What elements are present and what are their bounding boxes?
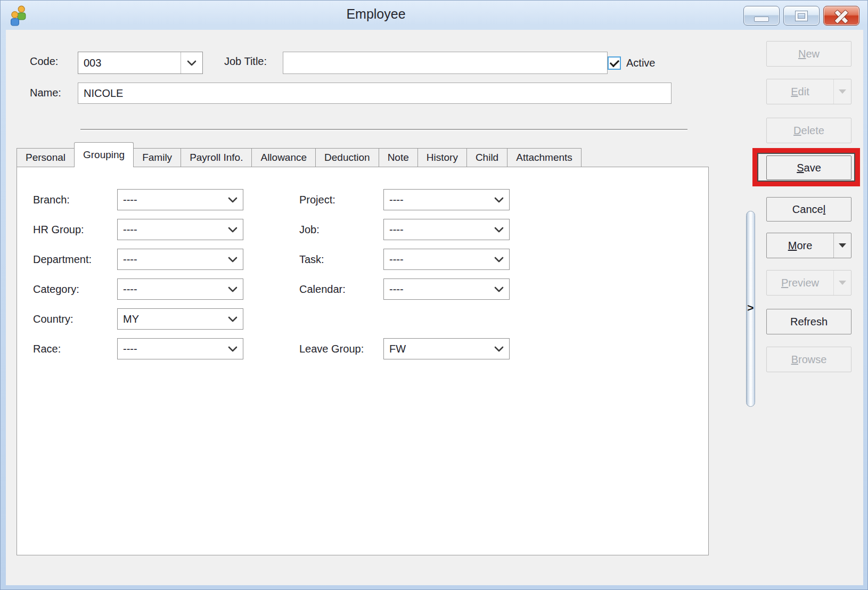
separator bbox=[80, 129, 687, 131]
category-value: ---- bbox=[123, 283, 228, 296]
save-button[interactable]: Save bbox=[766, 155, 851, 180]
country-dropdown[interactable]: MY bbox=[117, 308, 243, 330]
project-dropdown[interactable]: ---- bbox=[383, 189, 510, 210]
chevron-down-icon bbox=[494, 286, 504, 292]
category-dropdown[interactable]: ---- bbox=[117, 278, 243, 300]
hr-group-row: HR Group:---- bbox=[33, 219, 243, 240]
dialog-content: Code: 003 Job Title: Active Name: Person… bbox=[6, 30, 863, 585]
department-label: Department: bbox=[33, 253, 117, 266]
chevron-down-icon bbox=[494, 197, 504, 203]
caret-down-icon bbox=[839, 89, 846, 94]
calendar-value: ---- bbox=[389, 283, 494, 296]
tab-grouping[interactable]: Grouping bbox=[74, 142, 134, 167]
calendar-dropdown[interactable]: ---- bbox=[383, 278, 510, 300]
new-button: New bbox=[766, 41, 851, 67]
job-row: Job:---- bbox=[299, 219, 510, 240]
chevron-down-icon bbox=[494, 227, 504, 233]
calendar-label: Calendar: bbox=[299, 283, 383, 296]
chevron-down-icon bbox=[228, 286, 238, 292]
active-label: Active bbox=[626, 57, 655, 69]
job-dropdown[interactable]: ---- bbox=[383, 219, 510, 240]
refresh-button-label: Refresh bbox=[767, 309, 851, 334]
hr-group-label: HR Group: bbox=[33, 224, 117, 236]
chevron-down-icon bbox=[494, 346, 504, 352]
project-value: ---- bbox=[389, 194, 494, 206]
more-button[interactable]: More bbox=[766, 233, 851, 258]
titlebar: Employee bbox=[1, 1, 867, 30]
job-label: Job: bbox=[299, 224, 383, 236]
tab-note[interactable]: Note bbox=[379, 148, 418, 167]
task-row: Task:---- bbox=[299, 249, 510, 270]
preview-button: Preview bbox=[766, 270, 851, 296]
tab-allowance[interactable]: Allowance bbox=[252, 148, 316, 167]
code-combobox[interactable]: 003 bbox=[78, 52, 203, 74]
country-row: Country:MY bbox=[33, 308, 243, 330]
branch-dropdown[interactable]: ---- bbox=[117, 189, 243, 210]
chevron-down-icon bbox=[228, 257, 238, 263]
race-label: Race: bbox=[33, 343, 117, 355]
tab-deduction[interactable]: Deduction bbox=[316, 148, 379, 167]
branch-value: ---- bbox=[123, 194, 228, 206]
preview-button-label: Preview bbox=[767, 271, 834, 295]
race-dropdown[interactable]: ---- bbox=[117, 338, 243, 359]
tab-payroll-info[interactable]: Payroll Info. bbox=[181, 148, 252, 167]
code-label: Code: bbox=[30, 55, 58, 68]
job-title-label: Job Title: bbox=[224, 55, 267, 68]
tab-bar: PersonalGroupingFamilyPayroll Info.Allow… bbox=[17, 142, 582, 167]
maximize-icon bbox=[796, 11, 807, 21]
chevron-down-icon bbox=[228, 197, 238, 203]
browse-button-label: Browse bbox=[767, 347, 851, 372]
task-value: ---- bbox=[389, 253, 494, 266]
tab-personal[interactable]: Personal bbox=[17, 148, 75, 167]
grouping-tab-panel: Branch:----HR Group:----Department:----C… bbox=[17, 167, 709, 555]
country-label: Country: bbox=[33, 313, 117, 325]
cancel-button-label: Cancel bbox=[767, 198, 851, 221]
tab-family[interactable]: Family bbox=[134, 148, 181, 167]
department-value: ---- bbox=[123, 253, 228, 266]
department-row: Department:---- bbox=[33, 249, 243, 270]
job-title-input[interactable] bbox=[283, 52, 608, 74]
minimize-button[interactable] bbox=[743, 6, 780, 26]
tab-child[interactable]: Child bbox=[467, 148, 507, 167]
category-label: Category: bbox=[33, 283, 117, 296]
save-button-label: Save bbox=[767, 156, 851, 179]
code-dropdown-button[interactable] bbox=[181, 52, 202, 73]
close-button[interactable] bbox=[823, 6, 859, 26]
refresh-button[interactable]: Refresh bbox=[766, 309, 851, 334]
more-dropdown-arrow[interactable] bbox=[834, 233, 851, 258]
edit-button-label: Edit bbox=[767, 79, 834, 104]
hr-group-dropdown[interactable]: ---- bbox=[117, 219, 243, 240]
job-value: ---- bbox=[389, 224, 494, 236]
tab-history[interactable]: History bbox=[418, 148, 467, 167]
department-dropdown[interactable]: ---- bbox=[117, 249, 243, 270]
branch-row: Branch:---- bbox=[33, 189, 243, 210]
task-dropdown[interactable]: ---- bbox=[383, 249, 510, 270]
new-button-label: New bbox=[767, 42, 851, 66]
edit-button: Edit bbox=[766, 79, 851, 104]
code-value: 003 bbox=[78, 52, 181, 73]
name-input[interactable] bbox=[78, 83, 672, 104]
calendar-row: Calendar:---- bbox=[299, 278, 510, 300]
caret-down-icon bbox=[839, 243, 846, 248]
chevron-down-icon bbox=[228, 227, 238, 233]
caret-down-icon bbox=[839, 281, 846, 285]
project-label: Project: bbox=[299, 194, 383, 206]
cancel-button[interactable]: Cancel bbox=[766, 197, 851, 222]
panel-expander-handle[interactable]: > bbox=[746, 211, 755, 407]
window-title: Employee bbox=[1, 6, 751, 22]
employee-window: Employee Code: 003 Job Title: Active Nam… bbox=[0, 0, 868, 590]
branch-label: Branch: bbox=[33, 194, 117, 206]
country-value: MY bbox=[123, 313, 228, 325]
chevron-down-icon bbox=[228, 346, 238, 352]
active-checkbox[interactable] bbox=[608, 56, 621, 70]
leave-group-dropdown[interactable]: FW bbox=[383, 338, 510, 359]
checkmark-icon bbox=[610, 58, 619, 67]
task-label: Task: bbox=[299, 253, 383, 266]
maximize-button[interactable] bbox=[783, 6, 820, 26]
tab-attachments[interactable]: Attachments bbox=[507, 148, 582, 167]
chevron-right-icon: > bbox=[747, 301, 755, 314]
delete-button-label: Delete bbox=[767, 118, 851, 143]
delete-button: Delete bbox=[766, 118, 851, 143]
leave-group-row: Leave Group:FW bbox=[299, 338, 510, 359]
minimize-icon bbox=[754, 17, 769, 22]
